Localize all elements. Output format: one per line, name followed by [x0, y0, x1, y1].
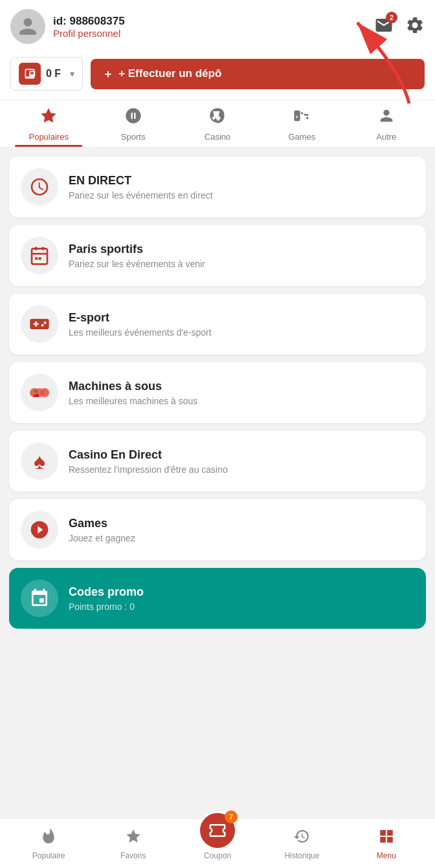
menu-item-games[interactable]: Games Jouez et gagnez	[9, 499, 426, 560]
games-menu-icon	[21, 511, 58, 548]
sports-icon	[124, 107, 142, 129]
autre-icon	[377, 107, 396, 129]
menu-icon	[378, 828, 395, 849]
menu-item-e-sport[interactable]: E-sport Les meilleurs événements d'e-spo…	[9, 294, 426, 354]
en-direct-subtitle: Pariez sur les événements en direct	[69, 190, 213, 201]
populaire-icon	[40, 828, 57, 849]
promo-title: Codes promo	[69, 585, 144, 599]
menu-item-casino-en-direct[interactable]: ♠ Casino En Direct Ressentez l'impressio…	[9, 431, 426, 492]
bottom-nav-coupon[interactable]: 7 Coupon	[175, 811, 260, 860]
casino-en-direct-subtitle: Ressentez l'impression d'être au casino	[69, 464, 228, 475]
casino-en-direct-title: Casino En Direct	[69, 448, 228, 462]
bottom-nav-favoris[interactable]: Favoris	[91, 828, 175, 860]
machines-a-sous-icon: 🍒	[21, 374, 58, 411]
bottom-historique-label: Historique	[284, 851, 319, 860]
en-direct-text: EN DIRECT Pariez sur les événements en d…	[69, 174, 213, 201]
games-subtitle: Jouez et gagnez	[69, 533, 135, 543]
bottom-favoris-label: Favoris	[120, 851, 146, 860]
bottom-coupon-label: Coupon	[204, 851, 231, 860]
svg-text:🍒: 🍒	[32, 389, 41, 398]
wallet-bar: 0 F ▾ ＋ + Effectuer un dépô	[0, 50, 435, 100]
wallet-box[interactable]: 0 F ▾	[10, 57, 83, 91]
user-info: id: 988608375 Profil personnel	[53, 15, 125, 39]
e-sport-icon	[21, 305, 58, 343]
e-sport-subtitle: Les meilleurs événements d'e-sport	[69, 327, 212, 338]
paris-sportifs-icon	[21, 237, 58, 274]
promo-subtitle: Points promo : 0	[69, 602, 144, 612]
machines-a-sous-title: Machines à sous	[69, 380, 197, 393]
svg-rect-5	[39, 257, 41, 260]
machines-a-sous-subtitle: Les meilleures machines à sous	[69, 396, 197, 406]
coupon-badge: 7	[225, 810, 238, 823]
user-section: id: 988608375 Profil personnel	[10, 9, 125, 44]
deposit-button[interactable]: ＋ + Effectuer un dépô	[91, 59, 425, 89]
e-sport-text: E-sport Les meilleurs événements d'e-spo…	[69, 311, 212, 338]
en-direct-title: EN DIRECT	[69, 174, 213, 188]
chevron-down-icon: ▾	[70, 69, 74, 79]
bottom-menu-label: Menu	[377, 851, 396, 860]
tab-casino[interactable]: Casino	[175, 100, 260, 147]
deposit-label: + Effectuer un dépô	[118, 67, 221, 80]
games-icon	[293, 107, 311, 129]
tab-casino-label: Casino	[205, 132, 230, 142]
games-title: Games	[69, 517, 135, 530]
header-actions: 2	[374, 16, 425, 38]
tab-autre[interactable]: Autre	[344, 100, 429, 147]
tab-autre-label: Autre	[376, 132, 396, 142]
bottom-nav-menu[interactable]: Menu	[344, 828, 429, 860]
avatar[interactable]	[10, 9, 45, 44]
paris-sportifs-title: Paris sportifs	[69, 243, 205, 256]
bottom-nav-populaire[interactable]: Populaire	[6, 828, 91, 860]
tab-games-label: Games	[288, 132, 315, 142]
menu-item-paris-sportifs[interactable]: Paris sportifs Pariez sur les événements…	[9, 225, 426, 286]
promo-text: Codes promo Points promo : 0	[69, 585, 144, 612]
favoris-icon	[125, 828, 142, 849]
games-text: Games Jouez et gagnez	[69, 517, 135, 543]
paris-sportifs-text: Paris sportifs Pariez sur les événements…	[69, 243, 205, 269]
wallet-icon	[19, 63, 41, 85]
wallet-amount: 0 F	[46, 68, 61, 80]
settings-button[interactable]	[405, 16, 425, 38]
bottom-nav-historique[interactable]: Historique	[260, 828, 344, 860]
tab-sports-label: Sports	[121, 132, 146, 142]
tab-populaires[interactable]: Populaires	[6, 100, 91, 147]
header: id: 988608375 Profil personnel 2	[0, 0, 435, 50]
user-id: id: 988608375	[53, 15, 125, 28]
menu-item-en-direct[interactable]: EN DIRECT Pariez sur les événements en d…	[9, 157, 426, 217]
en-direct-icon	[21, 168, 58, 206]
svg-rect-0	[32, 248, 47, 264]
svg-rect-4	[35, 257, 38, 260]
e-sport-title: E-sport	[69, 311, 212, 325]
tab-populaires-label: Populaires	[28, 132, 68, 142]
tab-games[interactable]: Games	[260, 100, 344, 147]
tab-sports[interactable]: Sports	[91, 100, 175, 147]
menu-item-machines-a-sous[interactable]: 🍒 Machines à sous Les meilleures machine…	[9, 362, 426, 423]
casino-icon	[208, 107, 227, 129]
historique-icon	[293, 828, 310, 849]
casino-en-direct-text: Casino En Direct Ressentez l'impression …	[69, 448, 228, 475]
bottom-populaire-label: Populaire	[32, 851, 65, 860]
bottom-nav: Populaire Favoris 7 Coupon Historique	[0, 818, 435, 868]
nav-tabs: Populaires Sports Casino Games	[0, 100, 435, 147]
main-content: EN DIRECT Pariez sur les événements en d…	[0, 147, 435, 687]
promo-card[interactable]: Codes promo Points promo : 0	[9, 568, 426, 629]
deposit-plus-icon: ＋	[102, 67, 113, 81]
populaires-icon	[39, 107, 58, 129]
coupon-circle: 7	[198, 811, 237, 850]
promo-icon	[21, 580, 58, 617]
machines-a-sous-text: Machines à sous Les meilleures machines …	[69, 380, 197, 406]
notification-badge: 2	[386, 12, 397, 23]
casino-en-direct-icon: ♠	[21, 442, 58, 480]
profile-link[interactable]: Profil personnel	[53, 28, 125, 39]
notification-button[interactable]: 2	[374, 16, 394, 38]
paris-sportifs-subtitle: Pariez sur les événements à venir	[69, 259, 205, 269]
